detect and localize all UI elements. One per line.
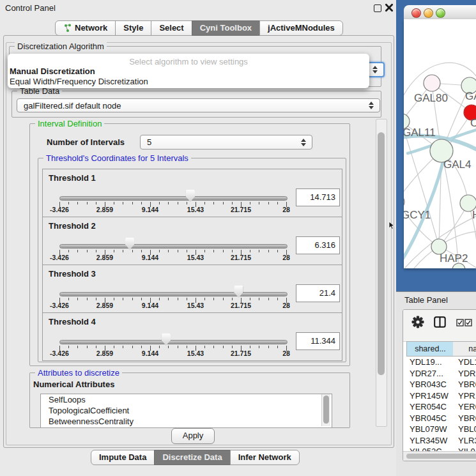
node-label: GA [465,90,476,102]
threshold-3-panel: Threshold 3 -3.4262.8599.14415.4321.7152… [42,265,342,313]
numerical-attributes-label: Numerical Attributes [33,380,114,389]
network-view-canvas[interactable]: GAL80 GA C GAL11 GAL4 GCY1 H HAP2 [404,19,476,268]
checkbox-checked-icon[interactable] [456,319,464,326]
list-item[interactable]: SelfLoops [41,394,332,405]
tab-label: jActiveMNodules [268,23,335,33]
checkbox-checked-icon[interactable] [464,319,472,326]
attributes-list-scrollbar[interactable] [321,394,330,426]
table-panel: shared... name YDL19...YDL1 YDR27...YDR2… [403,309,476,461]
attributes-to-discretize-group: Attributes to discretize Numerical Attri… [29,372,350,428]
table-toolbar [403,310,476,342]
thresholds-coordinates-group: Threshold's Coordinates for 5 Intervals … [38,158,346,362]
column-header-name[interactable]: name [453,341,476,357]
mac-zoom-icon[interactable] [436,8,445,18]
group-title: Attributes to discretize [35,368,122,378]
scrollbar-thumb[interactable] [323,395,329,424]
node-gcy1[interactable] [404,195,404,209]
node-gal80[interactable] [424,75,440,91]
combo-value: 5 [147,137,151,147]
close-icon[interactable] [385,3,394,12]
threshold-4-panel: Threshold 4 -3.4262.8599.14415.4321.7152… [42,312,342,361]
tab-label: Network [75,23,107,33]
popup-option-manual-discretization[interactable]: Manual Discretization [10,66,95,76]
number-of-intervals-combobox[interactable]: 5 [140,135,312,150]
mac-close-icon[interactable] [411,8,421,18]
slider-track[interactable] [59,196,288,201]
tab-label: Select [159,23,183,33]
threshold-1-value-field[interactable]: 14.713 [296,188,340,206]
gear-icon[interactable] [411,316,424,328]
table-row[interactable]: YBR043CYBR0 [403,379,476,390]
column-header-shared-name[interactable]: shared... [406,341,454,357]
table-row[interactable]: YER054CYER0 [403,401,476,413]
application-window: Control Panel Network Style Select Cyni … [0,0,476,476]
list-item[interactable]: TopologicalCoefficient [41,405,332,416]
slider-tick-labels: -3.4262.8599.14415.4321.71528 [59,254,286,261]
popup-option-equal-width-frequency[interactable]: Equal Width/Frequency Discretization [10,77,148,86]
slider-tick-labels: -3.4262.8599.14415.4321.71528 [59,349,286,357]
node-label: H [472,209,476,221]
table-panel-title: Table Panel [404,295,448,305]
threshold-2-panel: Threshold 2 -3.4262.8599.14415.4321.7152… [42,217,342,265]
slider-track[interactable] [59,292,288,296]
algorithm-dropdown-popup: Select algorithm to view settings Manual… [8,54,369,88]
table-row[interactable]: YLR345WYLR3 [403,435,476,447]
threshold-3-value-field[interactable]: 21.4 [296,284,340,302]
threshold-label: Threshold 1 [49,173,96,183]
threshold-label: Threshold 3 [49,269,96,279]
slider-track[interactable] [59,244,288,249]
table-row[interactable]: YDL19...YDL1 [403,357,476,368]
tab-jactivemnodules[interactable]: jActiveMNodules [259,20,343,36]
combo-arrows-icon [301,139,306,146]
node-label: HAP2 [440,252,468,265]
table-row[interactable]: YBL079WYBL0 [403,424,476,435]
tab-label: Style [123,23,143,33]
interval-definition-group: Interval Definition Number of Intervals … [29,123,350,366]
tab-network[interactable]: Network [55,20,116,36]
tab-discretize-data[interactable]: Discretize Data [154,450,230,465]
tab-label: Cyni Toolbox [200,23,252,33]
combo-arrows-icon [372,66,378,73]
tab-cyni-toolbox[interactable]: Cyni Toolbox [192,20,260,36]
content-scrollbar[interactable] [376,119,387,427]
tab-style[interactable]: Style [115,20,151,36]
top-tab-strip: Network Style Select Cyni Toolbox jActiv… [55,20,343,36]
tab-infer-network[interactable]: Infer Network [230,450,300,465]
network-graph: GAL80 GA C GAL11 GAL4 GCY1 H HAP2 [404,19,476,268]
table-row[interactable]: YBR045CYBR0 [403,413,476,424]
float-window-icon[interactable] [374,4,381,12]
mouse-cursor [388,221,395,230]
table-horizontal-scrollbar[interactable] [403,451,476,461]
node-label: GAL80 [414,92,448,104]
split-view-icon[interactable] [434,316,446,328]
table-row[interactable]: YIL052CYIL0 [403,446,476,451]
table-data-combobox[interactable]: galFiltered.sif default node [17,98,380,112]
scrollbar-thumb[interactable] [406,454,476,459]
control-panel: Control Panel Network Style Select Cyni … [0,0,396,476]
slider-tick-labels: -3.4262.8599.14415.4321.71528 [59,302,286,309]
number-of-intervals-label: Number of Intervals [47,137,125,147]
node-label: GAL4 [443,158,471,171]
group-title: Discretization Algorithm [15,42,107,51]
network-window-titlebar[interactable] [404,5,476,20]
mac-minimize-icon[interactable] [424,8,433,18]
tab-label: Impute Data [99,452,146,462]
threshold-4-value-field[interactable]: 11.344 [296,332,340,350]
slider-tick-labels: -3.4262.8599.14415.4321.71528 [59,206,286,213]
slider-track[interactable] [59,340,288,344]
panel-title: Control Panel [5,3,56,13]
table-rows: YDL19...YDL1 YDR27...YDR2 YBR043CYBR0 YP… [403,357,476,451]
scrollbar-thumb[interactable] [378,132,385,375]
tab-impute-data[interactable]: Impute Data [91,450,155,465]
list-item[interactable]: BetweennessCentrality [41,416,332,427]
numerical-attributes-list: SelfLoops TopologicalCoefficient Between… [40,394,332,427]
table-row[interactable]: YPR145WYPR1 [403,390,476,402]
node-label: GAL11 [404,127,436,139]
tab-select[interactable]: Select [151,20,192,36]
threshold-2-value-field[interactable]: 6.316 [296,236,340,254]
network-icon [63,24,72,32]
popup-hint: Select algorithm to view settings [8,57,369,66]
apply-button[interactable]: Apply [171,428,215,444]
table-header-row: shared... name [403,341,476,357]
table-row[interactable]: YDR27...YDR2 [403,368,476,380]
